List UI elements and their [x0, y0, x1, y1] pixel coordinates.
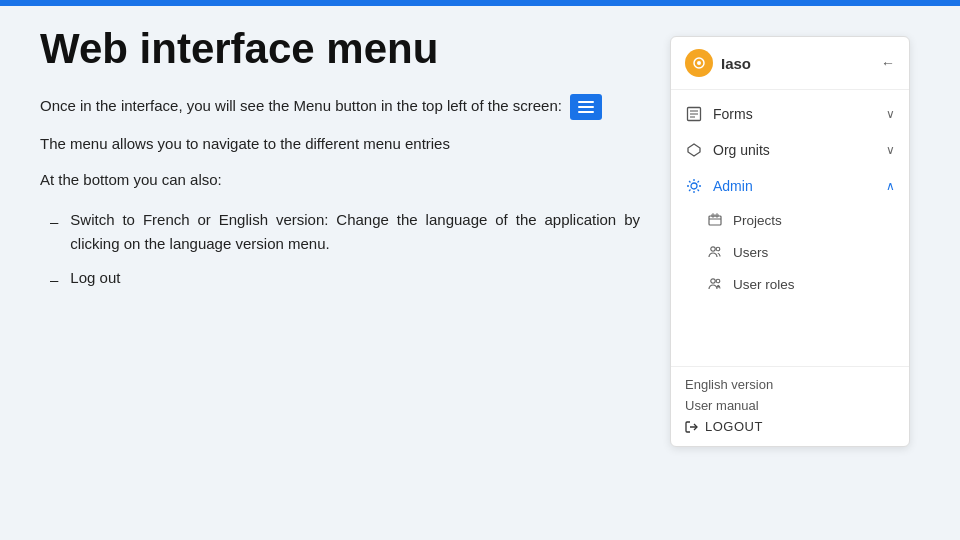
- svg-rect-8: [709, 216, 721, 225]
- nav-item-admin[interactable]: Admin ∧: [671, 168, 909, 204]
- nav-item-forms[interactable]: Forms ∨: [671, 96, 909, 132]
- forms-label: Forms: [713, 106, 876, 122]
- admin-chevron: ∧: [886, 179, 895, 193]
- hamburger-line-2: [578, 106, 594, 108]
- left-panel: Web interface menu Once in the interface…: [40, 26, 640, 520]
- org-units-label: Org units: [713, 142, 876, 158]
- app-logo: [685, 49, 713, 77]
- main-content: Web interface menu Once in the interface…: [0, 6, 960, 540]
- org-units-chevron: ∨: [886, 143, 895, 157]
- projects-icon: [707, 212, 723, 228]
- admin-icon: [685, 177, 703, 195]
- list-item: – Switch to French or English version: C…: [50, 208, 640, 256]
- nav-item-org-units[interactable]: Org units ∨: [671, 132, 909, 168]
- bullet-dash: –: [50, 210, 58, 234]
- svg-point-7: [691, 183, 697, 189]
- sidebar-nav: Forms ∨ Org units ∨: [671, 90, 909, 306]
- users-label: Users: [733, 245, 768, 260]
- hamburger-line-3: [578, 111, 594, 113]
- admin-label: Admin: [713, 178, 876, 194]
- sidebar-header: Iaso ←: [671, 37, 909, 90]
- sidebar-card: Iaso ← Forms ∨: [670, 36, 910, 447]
- user-roles-icon: [707, 276, 723, 292]
- svg-point-1: [697, 61, 701, 65]
- logout-row[interactable]: LOGOUT: [685, 419, 895, 434]
- sub-item-users[interactable]: Users: [671, 236, 909, 268]
- users-icon: [707, 244, 723, 260]
- bullet-dash: –: [50, 268, 58, 292]
- paragraph1: Once in the interface, you will see the …: [40, 94, 640, 120]
- right-panel: Iaso ← Forms ∨: [670, 26, 930, 520]
- sub-item-user-roles[interactable]: User roles: [671, 268, 909, 300]
- sidebar-footer: English version User manual LOGOUT: [671, 366, 909, 446]
- page-title: Web interface menu: [40, 26, 640, 72]
- svg-point-14: [716, 279, 720, 283]
- sub-item-projects[interactable]: Projects: [671, 204, 909, 236]
- app-name: Iaso: [721, 55, 751, 72]
- svg-marker-6: [688, 144, 700, 156]
- logout-icon: [685, 420, 699, 434]
- user-manual-link[interactable]: User manual: [685, 398, 895, 413]
- user-roles-label: User roles: [733, 277, 795, 292]
- logout-label: LOGOUT: [705, 419, 763, 434]
- svg-point-13: [711, 279, 715, 283]
- paragraph2: The menu allows you to navigate to the d…: [40, 132, 640, 156]
- projects-label: Projects: [733, 213, 782, 228]
- org-units-icon: [685, 141, 703, 159]
- paragraph3: At the bottom you can also:: [40, 168, 640, 192]
- bullet-text-1: Switch to French or English version: Cha…: [70, 208, 640, 256]
- menu-button-preview: [570, 94, 602, 120]
- back-icon[interactable]: ←: [881, 55, 895, 71]
- bullet-list: – Switch to French or English version: C…: [40, 208, 640, 302]
- list-item: – Log out: [50, 266, 640, 292]
- svg-point-12: [716, 247, 720, 251]
- forms-chevron: ∨: [886, 107, 895, 121]
- hamburger-line-1: [578, 101, 594, 103]
- svg-point-11: [711, 247, 715, 251]
- forms-icon: [685, 105, 703, 123]
- english-version-link[interactable]: English version: [685, 377, 895, 392]
- bullet-text-2: Log out: [70, 266, 640, 290]
